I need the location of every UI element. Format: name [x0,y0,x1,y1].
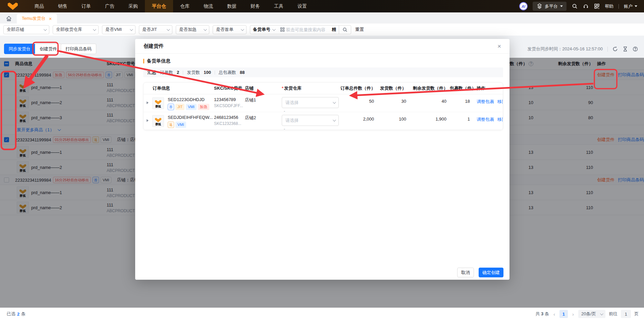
chevron-down-icon [130,28,133,31]
goto-label: 前往 [609,311,618,317]
account-menu[interactable]: 账户 [624,3,637,9]
nav-item-platform-warehouse[interactable]: 平台仓 [145,0,173,12]
next-page-button[interactable]: › [571,311,575,317]
skc-value: 123456789 [214,97,243,102]
prev-page-button[interactable]: ‹ [552,311,556,317]
close-icon[interactable]: × [497,43,501,49]
home-icon[interactable] [6,15,12,22]
exact-match-toggle[interactable]: 精 [329,27,339,33]
sync-console-button[interactable]: 同步发货台 [4,44,35,54]
selected-count-info: 已选2条 [7,311,25,317]
tab-temu-console[interactable]: Temu发货台 × [17,13,57,24]
summary-bar: 汇总 订单数2 发货数100 总包裹数88 [143,67,503,77]
jit-badge: JIT [175,104,184,110]
confirm-create-button[interactable]: 确定创建 [479,268,503,277]
adjust-package-link[interactable]: 调整包裹 [477,99,494,105]
goto-suffix: 页 [634,311,639,317]
chevron-down-icon [333,118,336,122]
receive-warehouse-filter-select[interactable]: 全部收货仓库 [53,25,99,34]
tab-close-icon[interactable]: × [49,16,52,21]
nav-item-tools[interactable]: 工具 [267,0,290,12]
chevron-down-icon [241,28,244,31]
product-image: 赛狐 [152,97,164,109]
batch-grid-icon [280,27,285,32]
adjust-package-link[interactable]: 调整包裹 [477,117,494,123]
reset-button[interactable]: 重置 [355,27,364,33]
nav-item-logistics[interactable]: 物流 [197,0,220,12]
first-order-filter-select[interactable]: 是否首单 [213,25,247,34]
remove-link[interactable]: 移除 [497,117,503,123]
nav-item-purchase[interactable]: 采购 [121,0,145,12]
skc-code: SKCSDDFJFF... [214,103,243,108]
store-filter-select[interactable]: 全部店铺 [3,25,49,34]
nav-item-settings[interactable]: 设置 [290,0,314,12]
create-shipment-button[interactable]: 创建货件 [35,44,62,54]
refresh-icon[interactable] [612,46,618,52]
search-icon[interactable] [572,3,578,9]
modal-title: 创建货件 [144,43,164,49]
modal-table: 订单信息 SKC/SKC货号 店铺 *发货仓库 订单总件数（件） 发货数（件） … [143,82,503,130]
search-combo: 备货单号 精 [250,25,351,34]
apps-grid-icon[interactable] [594,3,600,9]
urgent-badge: 加急 [198,104,209,110]
modal-table-header: 订单信息 SKC/SKC货号 店铺 *发货仓库 订单总件数（件） 发货数（件） … [144,83,503,94]
chevron-down-icon [600,312,603,315]
total-count-info: 共 3 条 [535,311,549,317]
expand-row-icon[interactable] [147,119,149,122]
nav-item-finance[interactable]: 财务 [244,0,267,12]
tab-label: Temu发货台 [22,15,46,21]
hourglass-icon[interactable] [623,46,628,52]
ai-assistant-button[interactable]: AI [519,2,528,10]
platform-switcher[interactable]: 多平台 [533,2,567,11]
search-input[interactable] [286,27,329,32]
chevron-down-icon [93,28,96,31]
page-size-select[interactable]: 20条/页 [578,310,605,318]
print-barcode-button[interactable]: 打印商品条码 [61,44,96,54]
section-title: 备货单信息 [143,58,170,64]
ship-count: 30 [379,99,406,104]
main-menu: 商品 销售 订单 广告 采购 平台仓 仓库 物流 数据 财务 工具 设置 [28,0,314,12]
urgent-filter-select[interactable]: 是否加急 [176,25,209,34]
order-total-count: 2,000 [340,117,374,122]
divider [607,47,608,52]
account-label: 账户 [624,3,633,9]
help-button[interactable]: 帮助 [605,3,613,9]
chevron-down-icon [44,28,47,31]
cancel-button[interactable]: 取消 [457,268,474,277]
help-circle-icon[interactable] [633,46,638,52]
nav-item-orders[interactable]: 订单 [74,0,98,12]
nav-item-ads[interactable]: 广告 [98,0,121,12]
jit-filter-select[interactable]: 是否JIT [139,25,172,34]
nav-item-warehouse[interactable]: 仓库 [173,0,197,12]
goto-page-input[interactable]: 1 [621,310,631,318]
search-submit-icon[interactable] [339,26,351,34]
sync-time-info: 发货台同步时间：2024-05-16 12:57:00 [527,46,638,52]
warehouse-select[interactable]: 请选择 [282,97,339,108]
modal-body: 备货单信息 汇总 订单数2 发货数100 总包裹数88 订单信息 SKC/SKC… [135,54,509,265]
tab-bar: Temu发货台 × [0,12,644,24]
headset-icon[interactable] [583,3,589,9]
expand-row-icon[interactable] [147,101,149,104]
chevron-down-icon [204,28,207,31]
filter-bar: 全部店铺 全部收货仓库 是否VMI 是否JIT 是否加急 是否首单 备货单号 精… [0,24,644,36]
sync-time-text: 发货台同步时间：2024-05-16 12:57:00 [527,46,603,52]
app: 商品 销售 订单 广告 采购 平台仓 仓库 物流 数据 财务 工具 设置 AI … [0,0,644,320]
current-page-button[interactable]: 1 [559,310,568,318]
nav-item-data[interactable]: 数据 [220,0,244,12]
modal-order-row: 赛狐 SEDJDIEIHFHFEQW... 返 VMI 2468123456SK… [144,112,503,130]
nav-item-products[interactable]: 商品 [28,0,51,12]
brand-logo[interactable] [7,2,19,11]
search-type-select[interactable]: 备货单号 [250,27,277,33]
nav-item-sales[interactable]: 销售 [51,0,74,12]
first-order-badge: 首 [168,104,174,110]
pagination-bar: 已选2条 共 3 条 ‹ 1 › 20条/页 前往 1 页 [0,308,644,320]
navbar-right: AI 多平台 帮助 账户 [519,2,644,11]
order-number: SED1223GDHDJD [168,97,205,102]
warehouse-select[interactable]: 请选择 [282,115,339,126]
remove-link[interactable]: 移除 [497,99,503,105]
package-count: 1 [450,117,470,122]
section-accent-bar [143,59,144,63]
remaining-count: 1,900 [413,117,446,122]
warehouse-dash: - [284,127,285,130]
vmi-filter-select[interactable]: 是否VMI [102,25,136,34]
